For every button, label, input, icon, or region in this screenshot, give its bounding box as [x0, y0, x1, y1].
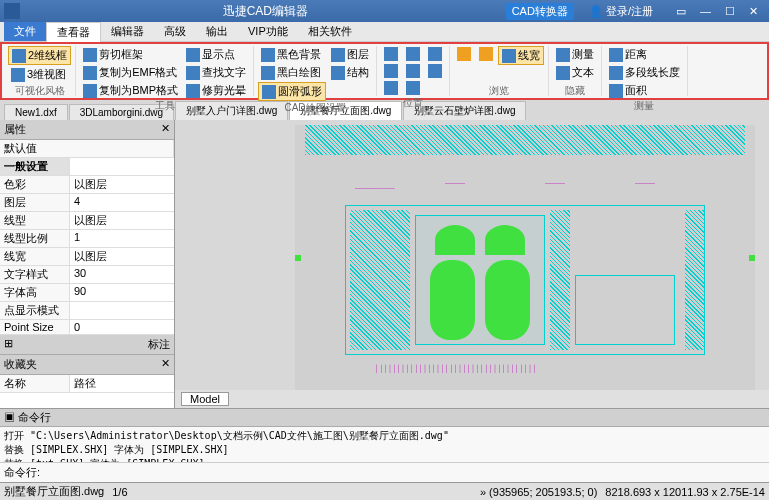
group-label-tools: 工具 — [80, 99, 249, 111]
ribbon-toolbar: 2维线框 3维视图 可视化风格 剪切框架 复制为EMF格式 复制为BMP格式 显… — [0, 42, 769, 100]
copy-bmp-button[interactable]: 复制为BMP格式 — [80, 82, 181, 99]
cad-convert-button[interactable]: CAD转换器 — [506, 3, 574, 20]
nav-back-icon[interactable] — [454, 46, 474, 62]
prop-key: 色彩 — [0, 176, 70, 193]
prop-key: 线型比例 — [0, 230, 70, 247]
nav-fwd-icon[interactable] — [476, 46, 496, 62]
polyline-len-button[interactable]: 多段线长度 — [606, 64, 683, 81]
prop-key: 线型 — [0, 212, 70, 229]
prop-value[interactable]: 1 — [70, 230, 174, 247]
menu-tab-related[interactable]: 相关软件 — [298, 22, 362, 41]
props-panel-header: 属性✕ — [0, 120, 174, 140]
fav-path-col: 路径 — [70, 375, 174, 392]
menu-tab-output[interactable]: 输出 — [196, 22, 238, 41]
measure-button[interactable]: 测量 — [553, 46, 597, 63]
menu-file[interactable]: 文件 — [4, 22, 46, 41]
pan-icon[interactable] — [403, 80, 423, 96]
cmd-output: 打开 "C:\Users\Administrator\Desktop\文档示例\… — [0, 427, 769, 462]
menu-tab-viewer[interactable]: 查看器 — [46, 22, 101, 42]
group-label-cad-settings: CAD绘图设置 — [258, 101, 372, 113]
linewidth-button[interactable]: 线宽 — [498, 46, 544, 65]
zoom-window-icon[interactable] — [381, 80, 401, 96]
prop-key: 文字样式 — [0, 266, 70, 283]
status-coords: » (935965; 205193.5; 0) — [480, 486, 597, 498]
trim-halo-button[interactable]: 修剪光晕 — [183, 82, 249, 99]
distance-button[interactable]: 距离 — [606, 46, 683, 63]
zoom-extents-icon[interactable] — [403, 63, 423, 79]
app-title: 迅捷CAD编辑器 — [26, 3, 505, 20]
favorites-header: 收藏夹✕ — [0, 355, 174, 375]
prop-key: 点显示模式 — [0, 302, 70, 319]
close-button[interactable]: ✕ — [743, 3, 764, 20]
prop-key: Point Size — [0, 320, 70, 334]
zoom-prev-icon[interactable] — [425, 46, 445, 62]
menu-tab-advanced[interactable]: 高级 — [154, 22, 196, 41]
rotate-icon[interactable] — [425, 63, 445, 79]
clip-frame-button[interactable]: 剪切框架 — [80, 46, 181, 63]
zoom-fit-icon[interactable] — [403, 46, 423, 62]
group-label-position: 位置 — [381, 96, 445, 108]
status-file: 别墅餐厅立面图.dwg — [4, 484, 104, 499]
prop-key: 图层 — [0, 194, 70, 211]
status-page: 1/6 — [112, 486, 127, 498]
cmd-prompt: 命令行: — [4, 465, 40, 480]
bw-draw-button[interactable]: 黑白绘图 — [258, 64, 326, 81]
cmd-input[interactable] — [44, 465, 765, 480]
show-points-button[interactable]: 显示点 — [183, 46, 249, 63]
prop-key: 线宽 — [0, 248, 70, 265]
zoom-out-icon[interactable] — [381, 63, 401, 79]
prop-value[interactable] — [70, 302, 174, 319]
3d-view-button[interactable]: 3维视图 — [8, 66, 71, 83]
minimize-button[interactable]: — — [694, 3, 717, 19]
text-button[interactable]: 文本 — [553, 64, 597, 81]
status-dims: 8218.693 x 12011.93 x 2.75E-14 — [605, 486, 765, 498]
prop-value[interactable]: 0 — [70, 320, 174, 334]
prop-value[interactable]: 30 — [70, 266, 174, 283]
menu-tab-vip[interactable]: VIP功能 — [238, 22, 298, 41]
copy-emf-button[interactable]: 复制为EMF格式 — [80, 64, 181, 81]
group-label-browse: 浏览 — [454, 84, 544, 96]
prop-value[interactable]: 以图层 — [70, 212, 174, 229]
prop-value[interactable]: 以图层 — [70, 248, 174, 265]
props-section: 一般设置 — [0, 158, 70, 175]
prop-value[interactable]: 90 — [70, 284, 174, 301]
black-bg-button[interactable]: 黑色背景 — [258, 46, 326, 63]
prop-value[interactable]: 以图层 — [70, 176, 174, 193]
prop-key: 字体高 — [0, 284, 70, 301]
model-tab[interactable]: Model — [181, 392, 229, 406]
cmd-header: ▣ 命令行 — [0, 409, 769, 427]
menu-tab-editor[interactable]: 编辑器 — [101, 22, 154, 41]
drawing-canvas[interactable]: ──────── ──── ──── ──── ││││││││││││││││… — [175, 120, 769, 390]
maximize-button[interactable]: ☐ — [719, 3, 741, 20]
area-button[interactable]: 面积 — [606, 82, 683, 99]
zoom-in-icon[interactable] — [381, 46, 401, 62]
group-label-measure: 测量 — [606, 99, 683, 111]
smooth-arc-button[interactable]: 圆滑弧形 — [258, 82, 326, 101]
layers-button[interactable]: 图层 — [328, 46, 372, 63]
2d-wireframe-button[interactable]: 2维线框 — [8, 46, 71, 65]
prop-value[interactable]: 4 — [70, 194, 174, 211]
app-logo — [4, 3, 20, 19]
find-text-button[interactable]: 查找文字 — [183, 64, 249, 81]
doc-tab[interactable]: New1.dxf — [4, 104, 68, 120]
login-button[interactable]: 👤 登录/注册 — [583, 2, 659, 21]
marker-section[interactable]: ⊞ 标注 — [0, 335, 174, 355]
fav-name-col: 名称 — [0, 375, 70, 392]
window-divider-icon[interactable]: ▭ — [670, 3, 692, 20]
group-label-hide: 隐藏 — [553, 84, 597, 96]
structure-button[interactable]: 结构 — [328, 64, 372, 81]
group-label-visual: 可视化风格 — [8, 84, 71, 96]
default-dropdown[interactable]: 默认值 — [0, 140, 174, 157]
